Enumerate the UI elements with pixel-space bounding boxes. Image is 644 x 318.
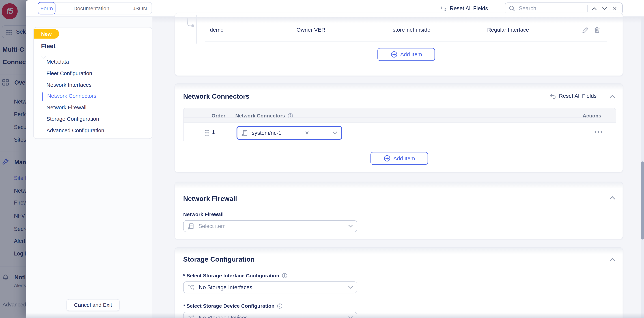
search-divider (588, 5, 588, 12)
storage-interface-label-text: * Select Storage Interface Configuration (183, 273, 279, 278)
add-connector-button[interactable]: Add Item (370, 152, 428, 164)
search-input[interactable] (518, 5, 584, 12)
section-reset-label: Reset All Fields (559, 93, 596, 99)
nav-divider-notch (41, 54, 46, 59)
chevron-down-icon[interactable] (333, 132, 337, 134)
form-content: demo Owner VER store-net-inside Regular … (152, 17, 644, 318)
storage-device-label: * Select Storage Device Configuration (183, 303, 283, 309)
chevron-down-icon (348, 316, 353, 318)
tab-form[interactable]: Form (38, 2, 56, 14)
storage-device-label-text: * Select Storage Device Configuration (183, 303, 274, 309)
section-title: Network Connectors (183, 92, 250, 100)
table-header: Order Network Connectors Actions (184, 108, 616, 123)
select-item-icon (188, 223, 194, 229)
search-prev-button[interactable] (591, 7, 598, 10)
search-close-button[interactable]: ✕ (611, 6, 618, 12)
search-icon (509, 6, 515, 12)
object-name: Fleet (41, 42, 56, 49)
drag-handle-icon[interactable] (204, 129, 209, 136)
collapse-chevron-icon[interactable] (610, 94, 615, 98)
nav-item-network-interfaces[interactable]: Network Interfaces (46, 82, 92, 88)
connectors-table: Order Network Connectors Actions (183, 108, 616, 142)
connectors-column-header: Network Connectors (236, 108, 293, 123)
nav-item-advanced-configuration[interactable]: Advanced Configuration (46, 128, 104, 134)
branch-option-icon (188, 284, 195, 290)
clear-icon[interactable]: ✕ (303, 130, 311, 136)
select-item-icon (242, 130, 248, 136)
edit-pencil-icon[interactable] (582, 26, 589, 34)
cancel-and-exit-button[interactable]: Cancel and Exit (66, 299, 120, 311)
chevron-down-icon (348, 225, 353, 228)
plus-circle-icon (384, 155, 390, 162)
storage-configuration-card: Storage Configuration * Select Storage I… (174, 247, 623, 318)
storage-device-select[interactable]: No Storage Devices (183, 312, 357, 318)
delete-trash-icon[interactable] (594, 26, 601, 34)
branch-option-icon (188, 315, 195, 318)
new-badge: New (34, 29, 59, 38)
scrollbar-thumb[interactable] (641, 162, 644, 240)
section-title: Storage Configuration (183, 256, 255, 263)
actions-column-header: Actions (582, 108, 601, 123)
row-actions-menu[interactable]: ••• (594, 128, 603, 135)
connector-select[interactable]: system/nc-1 ✕ (237, 126, 342, 140)
section-reset-button[interactable]: Reset All Fields (550, 93, 597, 99)
order-cell: 1 (212, 129, 215, 135)
form-section-nav: New Fleet Metadata Fleet Configuration N… (33, 27, 152, 139)
table-bottom-divider (184, 118, 599, 118)
nav-item-storage-configuration[interactable]: Storage Configuration (46, 116, 99, 122)
nav-item-network-firewall[interactable]: Network Firewall (46, 104, 86, 110)
interface-type-cell: Regular Interface (467, 27, 549, 33)
tab-documentation[interactable]: Documentation (55, 2, 128, 14)
nav-item-fleet-configuration[interactable]: Fleet Configuration (46, 70, 92, 76)
nav-item-network-connectors[interactable]: Network Connectors (47, 93, 96, 99)
info-icon[interactable] (282, 273, 288, 278)
reset-all-fields-label: Reset All Fields (450, 6, 488, 12)
info-icon[interactable] (277, 303, 283, 309)
nav-item-metadata[interactable]: Metadata (46, 59, 69, 65)
undo-icon (550, 93, 556, 99)
firewall-field-label: Network Firewall (183, 212, 224, 217)
nav-divider (34, 56, 152, 56)
plus-circle-icon (390, 51, 398, 58)
collapse-chevron-icon[interactable] (610, 258, 615, 261)
undo-icon (440, 6, 447, 12)
scroll-shade (152, 17, 644, 23)
order-column-header: Order (212, 108, 226, 123)
add-interface-button[interactable]: Add Item (377, 48, 435, 61)
app-stage: f5 Sele Multi-C Connec Ove (0, 0, 644, 318)
network-firewall-card: Network Firewall Network Firewall Select… (174, 182, 623, 240)
row-divider (205, 42, 607, 42)
chevron-down-icon (348, 286, 353, 289)
tab-json[interactable]: JSON (128, 2, 152, 14)
connector-select-value: system/nc-1 (252, 130, 282, 136)
fleet-form-panel: Form Documentation JSON Reset All Fields (26, 0, 644, 318)
storage-interface-value: No Storage Interfaces (199, 284, 252, 290)
search-next-button[interactable] (601, 7, 608, 10)
form-nav-column: New Fleet Metadata Fleet Configuration N… (26, 17, 152, 318)
add-item-label: Add Item (400, 51, 422, 58)
scrollbar-track[interactable] (641, 17, 644, 318)
firewall-select[interactable]: Select item (183, 220, 357, 232)
view-tabs: Form Documentation JSON (38, 2, 152, 14)
interface-owner-cell: Owner VER (270, 27, 352, 33)
active-item-bar (42, 92, 43, 101)
firewall-select-placeholder: Select item (198, 223, 226, 229)
add-item-label: Add Item (393, 155, 415, 161)
interface-name-cell: demo (210, 27, 224, 33)
storage-interface-label: * Select Storage Interface Configuration (183, 273, 288, 278)
storage-interface-select[interactable]: No Storage Interfaces (183, 281, 357, 293)
storage-device-value: No Storage Devices (199, 315, 248, 318)
connector-row: 1 system/nc-1 ✕ (184, 123, 616, 142)
network-connectors-card: Network Connectors Reset All Fields Orde… (174, 84, 623, 172)
section-title: Network Firewall (183, 195, 237, 202)
collapse-chevron-icon[interactable] (610, 196, 615, 200)
interface-network-cell: store-net-inside (370, 27, 453, 33)
